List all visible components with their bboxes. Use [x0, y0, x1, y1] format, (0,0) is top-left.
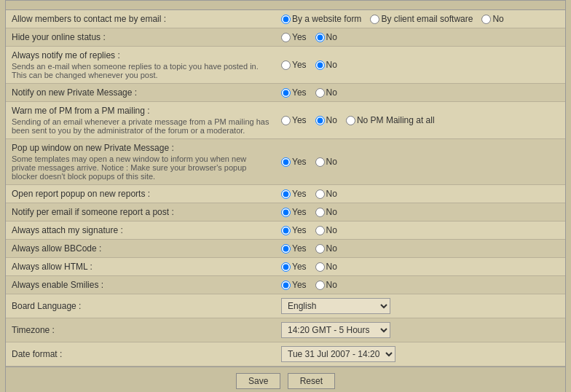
radio-label[interactable]: Yes — [281, 225, 307, 235]
row-control: Yes No — [275, 185, 565, 203]
table-row: Hide your online status : Yes No — [6, 28, 565, 47]
radio-input[interactable] — [370, 15, 379, 24]
radio-input[interactable] — [481, 15, 491, 24]
row-label: Always enable Smilies : — [6, 276, 275, 294]
radio-label[interactable]: No — [315, 32, 337, 42]
preferences-panel: Allow members to contact me by email : B… — [5, 0, 566, 392]
row-label: Pop up window on new Private Message :So… — [6, 139, 275, 185]
row-control: Yes No — [275, 222, 565, 240]
radio-input[interactable] — [315, 226, 325, 235]
radio-input[interactable] — [315, 262, 325, 272]
radio-label[interactable]: No — [315, 262, 337, 272]
radio-label[interactable]: No — [315, 189, 337, 199]
radio-label[interactable]: Yes — [281, 207, 307, 217]
radio-label[interactable]: By a website form — [281, 14, 361, 24]
row-control: Yes No — [275, 258, 565, 276]
row-label: Date format : — [6, 342, 275, 366]
radio-input[interactable] — [281, 88, 291, 98]
radio-input[interactable] — [315, 189, 325, 199]
row-control: Tue 31 Jul 2007 - 14:20 — [275, 342, 565, 366]
table-row: Warn me of PM from a PM mailing :Sending… — [6, 102, 565, 139]
radio-input[interactable] — [315, 244, 325, 254]
radio-label[interactable]: No — [315, 60, 337, 70]
radio-input[interactable] — [315, 116, 325, 125]
radio-input[interactable] — [315, 281, 325, 290]
row-label: Timezone : — [6, 318, 275, 342]
radio-label[interactable]: Yes — [281, 32, 307, 42]
radio-group: Yes No — [281, 32, 559, 42]
radio-label[interactable]: No — [315, 225, 337, 235]
radio-label[interactable]: Yes — [281, 115, 307, 125]
radio-group: Yes No — [281, 207, 559, 217]
radio-label[interactable]: Yes — [281, 157, 307, 167]
radio-label[interactable]: By client email software — [370, 14, 473, 24]
radio-input[interactable] — [346, 116, 355, 125]
reset-button[interactable]: Reset — [288, 373, 335, 389]
radio-label[interactable]: Yes — [281, 262, 307, 272]
row-label: Allow members to contact me by email : — [6, 10, 275, 28]
row-control: Yes No — [275, 139, 565, 185]
radio-label[interactable]: Yes — [281, 243, 307, 254]
radio-label[interactable]: Yes — [281, 60, 307, 70]
radio-input[interactable] — [281, 15, 291, 24]
radio-group: Yes No No PM Mailing at all — [281, 115, 559, 125]
radio-label[interactable]: No — [315, 207, 337, 217]
row-label: Always allow BBCode : — [6, 240, 275, 258]
radio-input[interactable] — [281, 208, 291, 217]
radio-group: By a website form By client email softwa… — [281, 14, 559, 24]
table-row: Pop up window on new Private Message :So… — [6, 139, 565, 185]
radio-input[interactable] — [315, 88, 325, 98]
row-control: Yes No — [275, 203, 565, 222]
row-sublabel: Sends an e-mail when someone replies to … — [12, 62, 269, 79]
table-row: Date format :Tue 31 Jul 2007 - 14:20 — [6, 342, 565, 366]
row-control: Yes No — [275, 47, 565, 84]
row-label: Notify on new Private Message : — [6, 84, 275, 102]
row-label: Open report popup on new reports : — [6, 185, 275, 203]
radio-input[interactable] — [281, 281, 291, 290]
radio-input[interactable] — [281, 33, 291, 42]
table-row: Always enable Smilies : Yes No — [6, 276, 565, 294]
radio-label[interactable]: No — [315, 280, 337, 290]
radio-input[interactable] — [281, 189, 291, 199]
row-sublabel: Sending of an email whenever a private m… — [12, 117, 269, 135]
radio-label[interactable]: Yes — [281, 189, 307, 199]
radio-input[interactable] — [315, 157, 325, 167]
radio-label[interactable]: Yes — [281, 280, 307, 290]
radio-input[interactable] — [315, 208, 325, 217]
table-row: Allow members to contact me by email : B… — [6, 10, 565, 28]
timezone-select[interactable]: 14:20 GMT - 5 Hours — [281, 322, 390, 338]
radio-label[interactable]: No — [315, 87, 337, 98]
radio-label[interactable]: No PM Mailing at all — [346, 115, 435, 125]
radio-label[interactable]: No — [315, 243, 337, 254]
row-control: Yes No No PM Mailing at all — [275, 102, 565, 139]
row-label: Always allow HTML : — [6, 258, 275, 276]
radio-group: Yes No — [281, 60, 559, 70]
radio-input[interactable] — [281, 226, 291, 235]
radio-label[interactable]: No — [315, 157, 337, 167]
board-language-select[interactable]: English — [281, 298, 390, 314]
radio-input[interactable] — [315, 60, 325, 70]
table-row: Notify per email if someone report a pos… — [6, 203, 565, 222]
radio-input[interactable] — [315, 33, 325, 42]
table-row: Board Language :English — [6, 294, 565, 318]
radio-label[interactable]: No — [315, 115, 337, 125]
radio-input[interactable] — [281, 116, 291, 125]
row-control: Yes No — [275, 28, 565, 47]
table-row: Always allow HTML : Yes No — [6, 258, 565, 276]
radio-input[interactable] — [281, 60, 291, 70]
radio-label[interactable]: No — [481, 14, 503, 24]
row-label: Hide your online status : — [6, 28, 275, 47]
radio-input[interactable] — [281, 157, 291, 167]
radio-label[interactable]: Yes — [281, 87, 307, 98]
row-control: Yes No — [275, 276, 565, 294]
date-format-select[interactable]: Tue 31 Jul 2007 - 14:20 — [281, 346, 395, 362]
radio-input[interactable] — [281, 262, 291, 272]
save-button[interactable]: Save — [236, 373, 280, 389]
row-control: Yes No — [275, 240, 565, 258]
radio-group: Yes No — [281, 225, 559, 235]
row-sublabel: Some templates may open a new window to … — [12, 154, 269, 181]
radio-group: Yes No — [281, 87, 559, 98]
table-row: Timezone :14:20 GMT - 5 Hours — [6, 318, 565, 342]
radio-input[interactable] — [281, 244, 291, 254]
row-label: Warn me of PM from a PM mailing :Sending… — [6, 102, 275, 139]
